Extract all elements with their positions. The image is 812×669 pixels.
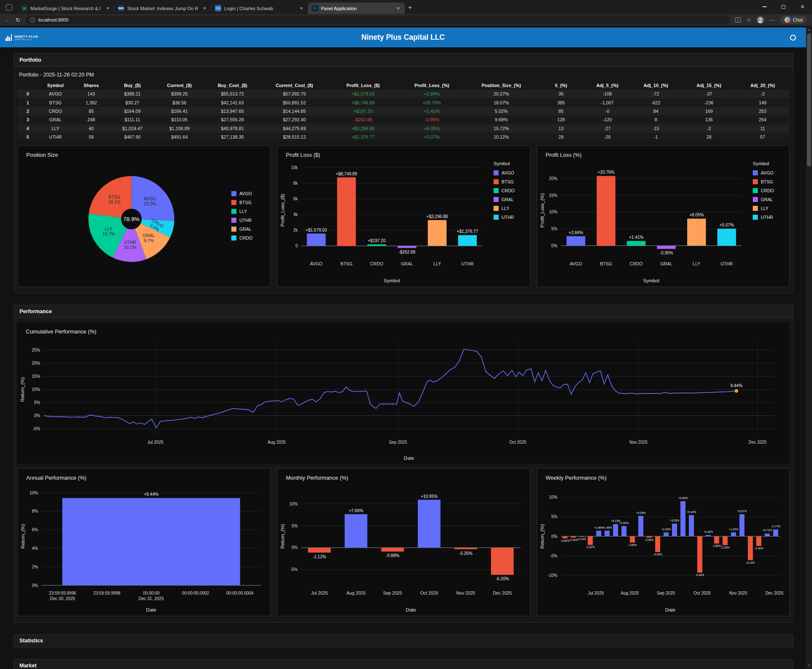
bar[interactable] — [706, 535, 711, 536]
bar[interactable] — [307, 234, 326, 246]
bar[interactable] — [458, 235, 477, 246]
statistics-card-header[interactable]: Statistics — [14, 634, 793, 647]
legend-swatch[interactable] — [494, 215, 499, 220]
favorites-star-icon[interactable]: ☆ — [746, 17, 752, 23]
legend-swatch[interactable] — [494, 188, 499, 193]
bar[interactable] — [655, 536, 660, 552]
legend-swatch[interactable] — [231, 235, 236, 240]
bar[interactable] — [398, 246, 416, 248]
table-column-header[interactable]: Shares — [73, 81, 110, 90]
bar[interactable] — [714, 536, 719, 543]
table-column-header[interactable]: Adj_10_(%) — [630, 81, 682, 90]
bar[interactable] — [368, 244, 386, 246]
table-column-header[interactable]: Buy_($) — [110, 81, 155, 90]
copilot-chat-button[interactable]: Chat — [780, 16, 807, 24]
legend-swatch[interactable] — [753, 188, 758, 193]
legend-swatch[interactable] — [231, 200, 236, 205]
bar[interactable] — [765, 534, 770, 537]
page-scrollbar[interactable]: ▲ ▼ — [806, 26, 812, 669]
bar[interactable] — [638, 516, 643, 536]
bar[interactable] — [627, 241, 645, 246]
bar[interactable] — [428, 220, 447, 246]
browser-tab[interactable]: CSLogin | Charles Schwab✕ — [211, 3, 308, 14]
scroll-down-icon[interactable]: ▼ — [806, 662, 812, 668]
market-card-header[interactable]: Market — [14, 659, 793, 669]
bar[interactable] — [308, 548, 331, 553]
performance-card-header[interactable]: Performance — [14, 305, 793, 318]
profile-avatar[interactable] — [757, 16, 764, 23]
bar[interactable] — [491, 548, 514, 575]
scroll-up-icon[interactable]: ▲ — [806, 27, 812, 33]
address-bar[interactable]: i localhost:8000 — [25, 16, 730, 25]
bar[interactable] — [647, 536, 652, 538]
bar[interactable] — [567, 236, 585, 246]
table-column-header[interactable] — [17, 81, 38, 90]
settings-more-icon[interactable]: ⋯ — [769, 17, 775, 23]
bar[interactable] — [689, 515, 694, 536]
legend-swatch[interactable] — [231, 191, 236, 196]
table-row[interactable]: 4LLY40$1,024.47$1,106.89$40,978.81$44,27… — [17, 124, 790, 133]
legend-swatch[interactable] — [494, 206, 499, 211]
performance-line[interactable] — [44, 350, 736, 428]
bar[interactable] — [680, 501, 686, 536]
table-column-header[interactable]: Current_Cost_($) — [261, 81, 328, 90]
maximize-button[interactable] — [774, 0, 793, 14]
bar[interactable] — [588, 536, 593, 545]
legend-swatch[interactable] — [231, 209, 236, 214]
refresh-icon[interactable]: ↻ — [16, 17, 20, 23]
new-tab-button[interactable]: + — [408, 4, 412, 11]
table-column-header[interactable]: Current_($) — [155, 81, 204, 90]
bar[interactable] — [773, 530, 778, 536]
table-column-header[interactable]: 5_(%) — [537, 81, 585, 90]
table-column-header[interactable]: Adj_15_(%) — [682, 81, 736, 90]
table-row[interactable]: 5UTHR58$467.90$491.64$27,138.35$28,515.1… — [17, 133, 790, 141]
table-column-header[interactable]: Profit_Loss_(%) — [398, 81, 466, 90]
table-row[interactable]: 3GRAL248$111.11$110.05$27,555.28$27,292.… — [17, 115, 790, 124]
bar[interactable] — [605, 531, 610, 536]
bar[interactable] — [697, 536, 702, 573]
browser-tab[interactable]: MMarketSurge | Stock Research & I✕ — [17, 3, 114, 14]
scrollbar-thumb[interactable] — [807, 33, 811, 167]
table-row[interactable]: 2CRDO85$164.09$166.41$13,947.65$14,144.8… — [17, 107, 790, 115]
bar[interactable] — [672, 524, 677, 536]
tab-close-icon[interactable]: ✕ — [105, 6, 110, 11]
bar[interactable] — [345, 514, 368, 548]
close-button[interactable]: ✕ — [793, 0, 812, 14]
bar[interactable] — [596, 531, 601, 536]
bar[interactable] — [418, 500, 441, 548]
bar[interactable] — [613, 524, 618, 536]
back-icon[interactable]: ← — [5, 17, 11, 23]
table-column-header[interactable]: Buy_Cost_($) — [204, 81, 261, 90]
table-column-header[interactable]: Adj_20_(%) — [736, 81, 790, 90]
legend-swatch[interactable] — [231, 227, 236, 232]
table-row[interactable]: 1BTSG1,392$30.27$36.56$42,141.63$50,891.… — [17, 98, 790, 106]
legend-swatch[interactable] — [494, 179, 499, 184]
bar[interactable] — [731, 532, 736, 536]
legend-swatch[interactable] — [753, 179, 758, 184]
bar[interactable] — [756, 536, 761, 546]
tab-actions-icon[interactable] — [6, 4, 12, 11]
bar[interactable] — [657, 246, 676, 249]
bar[interactable] — [748, 536, 753, 560]
table-column-header[interactable]: Position_Size_(%) — [466, 81, 538, 90]
legend-swatch[interactable] — [753, 170, 758, 175]
legend-swatch[interactable] — [753, 215, 758, 220]
bar[interactable] — [687, 219, 706, 246]
legend-swatch[interactable] — [231, 218, 236, 223]
bar[interactable] — [597, 176, 615, 246]
bar[interactable] — [454, 548, 477, 549]
bar[interactable] — [562, 536, 568, 538]
legend-swatch[interactable] — [753, 197, 758, 202]
table-column-header[interactable]: Symbol — [38, 81, 72, 90]
bar[interactable] — [739, 514, 744, 536]
bar[interactable] — [630, 536, 635, 543]
table-row[interactable]: 0AVGO143$388.21$399.25$55,513.72$57,092.… — [17, 90, 790, 98]
browser-tab[interactable]: IBDStock Market: Indexes Jump On R✕ — [114, 3, 211, 14]
tab-close-icon[interactable]: ✕ — [299, 6, 304, 11]
browser-tab[interactable]: ≡Panel Application✕ — [308, 3, 405, 14]
bar[interactable] — [579, 536, 584, 537]
bar[interactable] — [723, 536, 728, 545]
bar[interactable] — [621, 526, 626, 536]
portfolio-card-header[interactable]: Portfolio — [14, 54, 793, 67]
site-info-icon[interactable]: i — [30, 17, 35, 22]
